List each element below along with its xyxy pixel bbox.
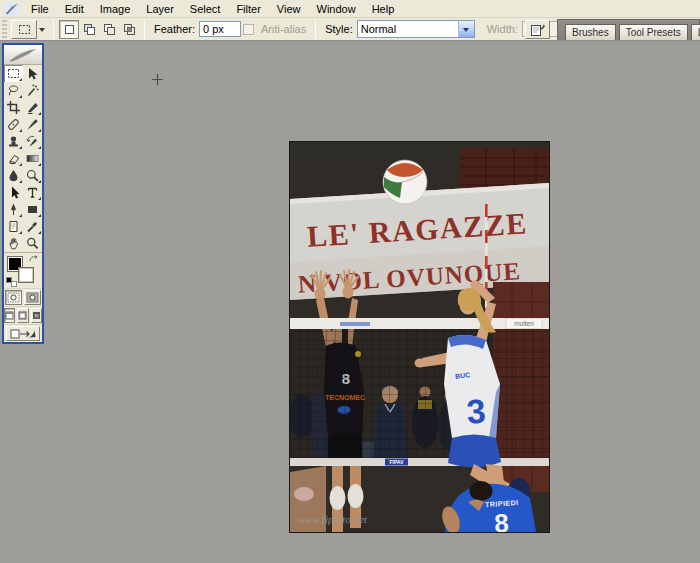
tool-rectangular-marquee[interactable] [4, 65, 23, 82]
menu-view[interactable]: View [269, 2, 309, 16]
current-tool-preview-button[interactable] [11, 20, 37, 39]
toolbox-banner[interactable] [4, 45, 42, 65]
menu-select[interactable]: Select [182, 2, 229, 16]
options-separator [53, 19, 54, 39]
menu-edit[interactable]: Edit [57, 2, 92, 16]
palette-well: Brushes Tool Presets Layer Comps [557, 19, 700, 40]
tab-brushes[interactable]: Brushes [565, 24, 616, 40]
tool-history-brush[interactable] [23, 133, 42, 150]
style-dropdown[interactable]: Normal [357, 20, 475, 38]
menu-layer[interactable]: Layer [138, 2, 182, 16]
hand-icon [6, 236, 21, 251]
feather-logo-icon [7, 47, 39, 63]
tool-crop[interactable] [4, 99, 23, 116]
tool-healing-brush[interactable] [4, 116, 23, 133]
menu-image[interactable]: Image [92, 2, 139, 16]
net-top-band: molten [290, 318, 549, 329]
volleyball-photo: LE' RAGAZZE N VOL OVUNQUE [290, 142, 549, 532]
menu-filter[interactable]: Filter [228, 2, 268, 16]
add-to-selection-button[interactable] [79, 20, 99, 39]
document-canvas[interactable]: LE' RAGAZZE N VOL OVUNQUE [289, 141, 550, 533]
tool-rectangle-shape[interactable] [23, 201, 42, 218]
new-selection-button[interactable] [59, 20, 79, 39]
net-federation-label: FIPAV [390, 459, 405, 465]
crosshair-cursor-icon [151, 73, 164, 86]
tool-move[interactable] [23, 65, 42, 82]
quick-mask-mode-button[interactable] [24, 290, 41, 305]
fullscreen-menubar-icon [18, 311, 27, 320]
brush-icon [25, 117, 40, 132]
screen-mode-row [4, 306, 42, 324]
standard-screen-icon [5, 311, 14, 320]
move-icon [25, 66, 40, 81]
type-icon [25, 185, 40, 200]
tool-hand[interactable] [4, 235, 23, 252]
tool-eyedropper[interactable] [23, 218, 42, 235]
tool-magic-wand[interactable] [23, 82, 42, 99]
tool-grid [4, 65, 42, 252]
anti-alias-label: Anti-alias [261, 23, 306, 35]
width-label: Width: [487, 23, 518, 35]
intersect-selection-button[interactable] [119, 20, 139, 39]
options-bar: Feather: Anti-alias Style: Normal Width:… [0, 18, 700, 41]
quick-mask-row [4, 288, 42, 306]
tool-slice[interactable] [23, 99, 42, 116]
slice-icon [25, 100, 40, 115]
quick-mask-mode-icon [26, 292, 39, 303]
standard-mode-button[interactable] [5, 290, 22, 305]
style-label: Style: [325, 23, 353, 35]
feather-input[interactable] [199, 21, 241, 37]
options-bar-grip[interactable] [2, 20, 7, 38]
notes-icon [6, 219, 21, 234]
tool-clone-stamp[interactable] [4, 133, 23, 150]
imageready-icon [10, 328, 36, 340]
tab-layer-comps[interactable]: Layer Comps [691, 24, 700, 40]
crop-icon [6, 100, 21, 115]
tab-tool-presets[interactable]: Tool Presets [619, 24, 688, 40]
new-selection-icon [63, 23, 76, 36]
tool-preset-dropdown-arrow-icon[interactable] [39, 28, 45, 35]
pen-icon [6, 202, 21, 217]
background-color-swatch[interactable] [19, 268, 33, 282]
standard-screen-mode-button[interactable] [4, 308, 15, 323]
menu-help[interactable]: Help [364, 2, 403, 16]
history-brush-icon [25, 134, 40, 149]
edit-in-imageready-button[interactable] [6, 326, 40, 341]
tool-pen[interactable] [4, 201, 23, 218]
fullscreen-with-menubar-button[interactable] [17, 308, 28, 323]
tool-zoom[interactable] [23, 235, 42, 252]
swap-colors-icon[interactable] [28, 254, 40, 265]
tool-brush[interactable] [23, 116, 42, 133]
file-browser-button[interactable] [525, 20, 550, 39]
tool-path-selection[interactable] [4, 184, 23, 201]
intersect-selection-icon [123, 23, 136, 36]
tool-dodge[interactable] [23, 167, 42, 184]
tool-notes[interactable] [4, 218, 23, 235]
imageready-row [4, 324, 42, 342]
photoshop-logo-icon [4, 2, 19, 16]
menu-file[interactable]: File [23, 2, 57, 16]
tool-gradient[interactable] [23, 150, 42, 167]
zoom-icon [25, 236, 40, 251]
menu-window[interactable]: Window [309, 2, 364, 16]
dodge-icon [25, 168, 40, 183]
subtract-from-selection-button[interactable] [99, 20, 119, 39]
tool-lasso[interactable] [4, 82, 23, 99]
tool-eraser[interactable] [4, 150, 23, 167]
tool-type[interactable] [23, 184, 42, 201]
eyedropper-icon [25, 219, 40, 234]
chevron-down-icon[interactable] [458, 21, 474, 37]
subtract-from-selection-icon [103, 23, 116, 36]
gradient-icon [25, 151, 40, 166]
clone-stamp-icon [6, 134, 21, 149]
tool-blur[interactable] [4, 167, 23, 184]
default-colors-icon[interactable] [6, 277, 17, 287]
eraser-icon [6, 151, 21, 166]
options-separator [144, 19, 145, 39]
anti-alias-checkbox[interactable] [243, 24, 254, 35]
blur-icon [6, 168, 21, 183]
fullscreen-button[interactable] [31, 308, 42, 323]
marquee-icon [17, 22, 32, 37]
add-to-selection-icon [83, 23, 96, 36]
menu-bar: File Edit Image Layer Select Filter View… [0, 0, 700, 18]
